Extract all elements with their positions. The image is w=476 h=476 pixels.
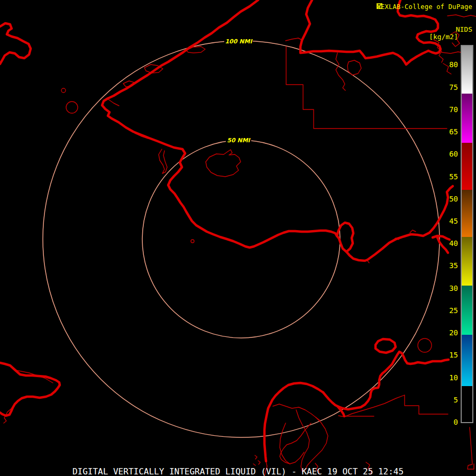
colorbar-segment [462, 286, 472, 335]
coastline-thick [0, 0, 453, 461]
brand-text: NEXLAB-College of DuPage [377, 3, 472, 11]
colorbar-tick: 75 [435, 82, 458, 93]
colorbar-tick: 70 [435, 104, 458, 115]
colorbar-segment [462, 386, 472, 422]
coastline-thin [4, 15, 476, 476]
product-caption: DIGITAL VERTICALLY INTEGRATED LIQUID (VI… [0, 466, 476, 476]
colorbar-segment [462, 143, 472, 190]
colorbar-segment [462, 237, 472, 286]
colorbar-tick: 25 [435, 305, 458, 316]
range-ring-50 [142, 140, 340, 338]
colorbar-segment [462, 190, 472, 237]
colorbar-tick: 15 [435, 350, 458, 360]
cod-flag-icon [377, 3, 382, 9]
colorbar-tick: 0 [435, 417, 458, 427]
colorbar-tick: 55 [435, 171, 458, 182]
colorbar-gradient [462, 46, 472, 422]
colorbar-tick: 30 [435, 283, 458, 294]
colorbar-tick: 65 [435, 126, 458, 137]
colorbar-tick: 10 [435, 372, 458, 383]
range-ring-labels: 100 NMI 50 NMI [224, 37, 253, 144]
colorbar-units: [kg/m2] [429, 33, 458, 41]
colorbar-tick: 60 [435, 149, 458, 159]
range-ring-label-50: 50 NMI [227, 137, 251, 144]
colorbar-tick: 40 [435, 238, 458, 249]
colorbar-tick: 45 [435, 216, 458, 226]
colorbar [461, 45, 473, 423]
header: NEXLAB-College of DuPage [377, 3, 472, 11]
colorbar-segment [462, 94, 472, 143]
colorbar-tick: 80 [435, 59, 458, 70]
colorbar-tick: 5 [435, 395, 458, 405]
colorbar-title: NIDS [456, 25, 472, 33]
radar-map: 100 NMI 50 NMI [0, 0, 476, 476]
colorbar-segment [462, 46, 472, 94]
colorbar-tick: 50 [435, 194, 458, 204]
colorbar-segment [462, 335, 472, 386]
colorbar-tick: 20 [435, 327, 458, 338]
radar-display: 100 NMI 50 NMI NEXLAB-College of DuPage … [0, 0, 476, 476]
range-ring-label-100: 100 NMI [225, 38, 253, 45]
colorbar-tick: 35 [435, 260, 458, 271]
